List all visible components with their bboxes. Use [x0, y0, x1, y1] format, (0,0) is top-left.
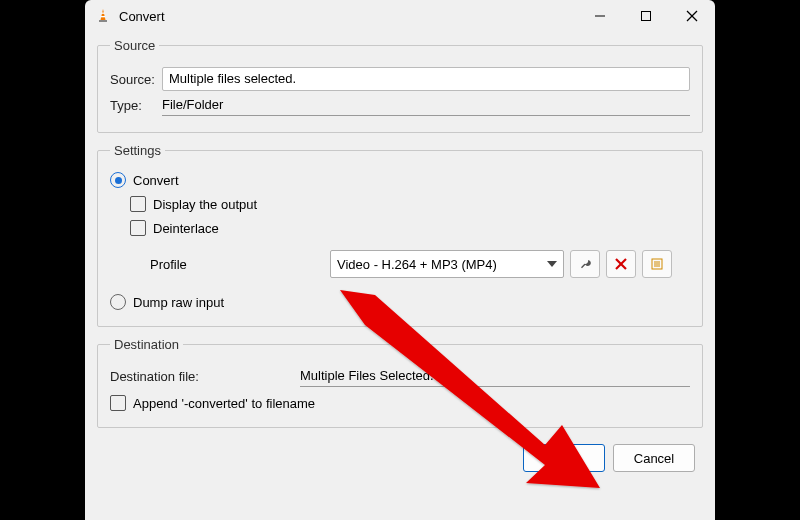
destination-file-label: Destination file:	[110, 369, 300, 384]
wrench-icon	[578, 257, 592, 271]
profile-value: Video - H.264 + MP3 (MP4)	[337, 257, 497, 272]
close-button[interactable]	[669, 0, 715, 32]
svg-rect-2	[99, 20, 107, 22]
start-button[interactable]: Start	[523, 444, 605, 472]
convert-radio-label: Convert	[133, 173, 179, 188]
checkbox-icon	[130, 196, 146, 212]
new-profile-icon	[650, 257, 664, 271]
radio-checked-icon	[110, 172, 126, 188]
dialog-buttons: Start Cancel	[97, 438, 703, 478]
destination-group: Destination Destination file: Multiple F…	[97, 337, 703, 428]
settings-legend: Settings	[110, 143, 165, 158]
type-label: Type:	[110, 98, 162, 113]
edit-profile-button[interactable]	[570, 250, 600, 278]
checkbox-icon	[110, 395, 126, 411]
type-value: File/Folder	[162, 95, 690, 116]
settings-group: Settings Convert Display the output Dein…	[97, 143, 703, 327]
new-profile-button[interactable]	[642, 250, 672, 278]
maximize-button[interactable]	[623, 0, 669, 32]
cancel-button[interactable]: Cancel	[613, 444, 695, 472]
profile-dropdown[interactable]: Video - H.264 + MP3 (MP4)	[330, 250, 564, 278]
window-title: Convert	[119, 9, 165, 24]
destination-legend: Destination	[110, 337, 183, 352]
deinterlace-checkbox[interactable]: Deinterlace	[130, 220, 219, 236]
append-converted-label: Append '-converted' to filename	[133, 396, 315, 411]
checkbox-icon	[130, 220, 146, 236]
vlc-cone-icon	[95, 8, 111, 24]
dump-radio-label: Dump raw input	[133, 295, 224, 310]
delete-profile-button[interactable]	[606, 250, 636, 278]
x-icon	[614, 257, 628, 271]
convert-radio[interactable]: Convert	[110, 172, 179, 188]
titlebar[interactable]: Convert	[85, 0, 715, 32]
chevron-down-icon	[547, 261, 557, 267]
source-group: Source Source: Multiple files selected. …	[97, 38, 703, 133]
source-label: Source:	[110, 72, 162, 87]
display-output-checkbox[interactable]: Display the output	[130, 196, 257, 212]
dump-radio[interactable]: Dump raw input	[110, 294, 224, 310]
destination-file-input[interactable]: Multiple Files Selected.	[300, 366, 690, 387]
svg-rect-4	[642, 12, 651, 21]
minimize-button[interactable]	[577, 0, 623, 32]
append-converted-checkbox[interactable]: Append '-converted' to filename	[110, 395, 315, 411]
svg-rect-0	[101, 13, 104, 14]
svg-rect-1	[101, 16, 106, 17]
display-output-label: Display the output	[153, 197, 257, 212]
convert-dialog: Convert Source Source: Multiple files se…	[85, 0, 715, 520]
radio-unchecked-icon	[110, 294, 126, 310]
deinterlace-label: Deinterlace	[153, 221, 219, 236]
profile-label: Profile	[150, 257, 330, 272]
source-input[interactable]: Multiple files selected.	[162, 67, 690, 91]
source-legend: Source	[110, 38, 159, 53]
